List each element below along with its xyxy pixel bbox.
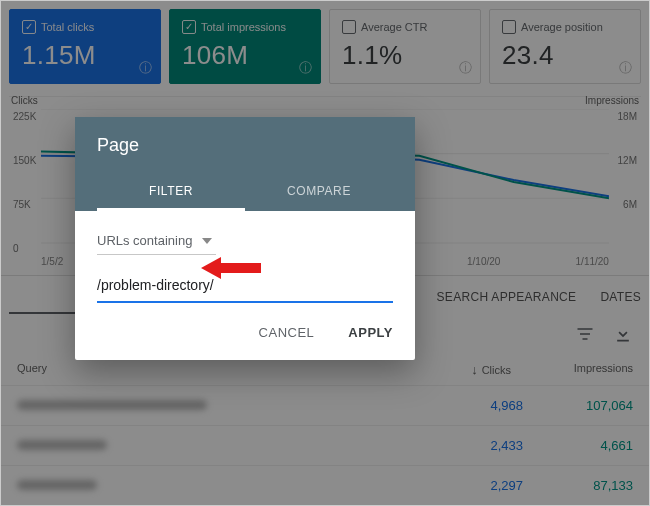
dialog-tab-filter[interactable]: FILTER [97, 174, 245, 211]
dialog-tabs: FILTER COMPARE [97, 174, 393, 211]
dialog-actions: CANCEL APPLY [75, 307, 415, 360]
dialog-title: Page [97, 135, 393, 156]
dialog-body: URLs containing [75, 211, 415, 307]
filter-input-wrap [97, 275, 393, 303]
select-value: URLs containing [97, 233, 192, 248]
filter-type-select[interactable]: URLs containing [97, 229, 216, 255]
apply-button[interactable]: APPLY [336, 317, 405, 348]
page-filter-dialog: Page FILTER COMPARE URLs containing CANC… [75, 117, 415, 360]
chevron-down-icon [202, 238, 212, 244]
filter-value-input[interactable] [97, 275, 393, 295]
dialog-header: Page FILTER COMPARE [75, 117, 415, 211]
cancel-button[interactable]: CANCEL [247, 317, 327, 348]
page-root: ✓Total clicks 1.15M ⓘ ✓Total impressions… [0, 0, 650, 506]
dialog-tab-compare[interactable]: COMPARE [245, 174, 393, 211]
